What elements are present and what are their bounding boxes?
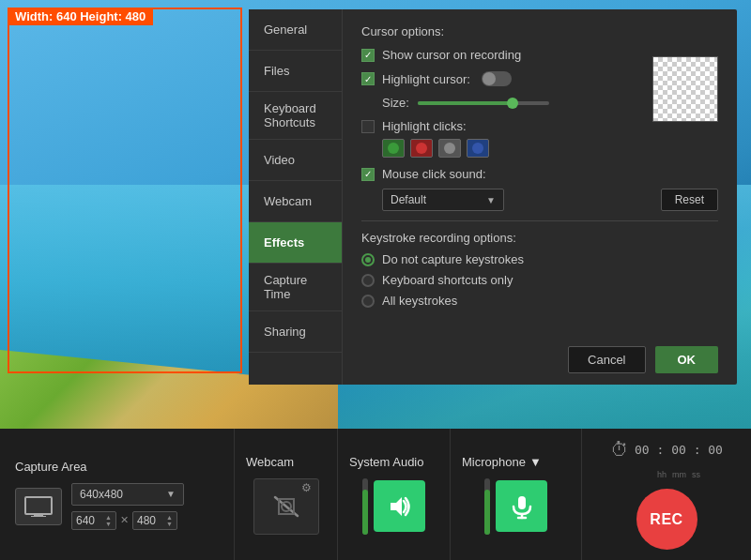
sidebar-item-keyboard-shortcuts[interactable]: Keyboard Shortcuts [249, 92, 342, 140]
capture-area-section: Capture Area 640x480 ▼ 640 [0, 429, 235, 560]
webcam-label: Webcam [246, 455, 294, 469]
microphone-label: Microphone ▼ [462, 455, 542, 469]
mouse-sound-checkbox[interactable] [361, 168, 375, 181]
keystroke-option-0: Do not capture keystrokes [361, 252, 718, 266]
mic-volume-slider[interactable] [484, 478, 490, 535]
timer-labels: hh mm ss [657, 470, 700, 479]
system-audio-volume-slider[interactable] [362, 478, 368, 535]
timer-icon: ⏱ [610, 439, 629, 461]
sound-dropdown[interactable]: Default ▼ [382, 189, 504, 211]
sidebar-item-sharing[interactable]: Sharing [249, 311, 342, 353]
capture-controls: 640x480 ▼ 640 ▲ ▼ ✕ 480 [15, 483, 219, 530]
rec-button[interactable]: REC [636, 489, 697, 550]
cancel-button[interactable]: Cancel [568, 346, 645, 373]
highlight-clicks-checkbox[interactable] [361, 120, 375, 133]
sound-dropdown-value: Default [391, 193, 426, 206]
webcam-button[interactable]: ⚙ [253, 478, 319, 535]
svg-marker-4 [391, 497, 402, 516]
keystroke-label-2: All keystrokes [382, 294, 457, 308]
keystroke-radio-0[interactable] [361, 253, 375, 266]
color-btn-group [382, 139, 718, 158]
highlight-cursor-checkbox[interactable] [361, 72, 375, 85]
timer-display: ⏱ 00 : 00 : 00 [610, 439, 723, 461]
wh-inputs: 640 ▲ ▼ ✕ 480 ▲ ▼ [71, 511, 184, 530]
keystroke-radio-2[interactable] [361, 295, 375, 308]
cursor-preview-checkerboard [652, 56, 718, 122]
webcam-off-icon [268, 488, 305, 525]
settings-panel: General Files Keyboard Shortcuts Video W… [249, 9, 737, 385]
click-color-green[interactable] [382, 139, 405, 158]
mouse-sound-row: Mouse click sound: [361, 167, 718, 181]
dropdown-down-icon: ▼ [166, 489, 176, 499]
keystroke-option-1: Keyboard shortcuts only [361, 273, 718, 287]
width-value: 640 [76, 514, 95, 527]
gear-icon: ⚙ [301, 481, 316, 496]
system-audio-button[interactable] [374, 480, 425, 532]
size-label: Size: [382, 96, 410, 110]
capture-area-label: Capture Area [15, 460, 219, 474]
width-input[interactable]: 640 ▲ ▼ [71, 511, 116, 530]
highlight-clicks-label: Highlight clicks: [382, 119, 467, 133]
keystroke-option-2: All keystrokes [361, 294, 718, 308]
webcam-section: Webcam ⚙ [235, 429, 338, 560]
settings-footer: Cancel OK [568, 346, 718, 373]
rec-section: ⏱ 00 : 00 : 00 hh mm ss REC [582, 429, 751, 560]
sidebar-item-general[interactable]: General [249, 9, 342, 51]
click-color-red[interactable] [410, 139, 433, 158]
size-dropdown[interactable]: 640x480 ▼ [71, 483, 184, 506]
divider [361, 220, 718, 221]
sidebar-item-files[interactable]: Files [249, 51, 342, 92]
keystroke-radio-1[interactable] [361, 274, 375, 287]
mic-volume-fill [484, 490, 490, 535]
click-color-gray[interactable] [438, 139, 461, 158]
system-audio-section: System Audio [338, 429, 451, 560]
mic-controls [484, 478, 547, 535]
sidebar-item-effects[interactable]: Effects [249, 222, 342, 264]
size-dropdown-value: 640x480 [80, 488, 123, 501]
height-input[interactable]: 480 ▲ ▼ [132, 511, 177, 530]
show-cursor-checkbox[interactable] [361, 49, 375, 62]
size-selector: 640x480 ▼ 640 ▲ ▼ ✕ 480 [71, 483, 184, 530]
x-separator: ✕ [120, 514, 129, 526]
svg-rect-5 [518, 496, 526, 509]
highlight-cursor-toggle[interactable] [482, 71, 512, 86]
svg-rect-0 [25, 497, 52, 514]
width-spinner[interactable]: ▲ ▼ [105, 514, 112, 527]
ok-button[interactable]: OK [655, 346, 719, 373]
keystroke-label-1: Keyboard shortcuts only [382, 273, 513, 287]
show-cursor-label: Show cursor on recording [382, 48, 521, 62]
nav-sidebar: General Files Keyboard Shortcuts Video W… [249, 9, 343, 385]
capture-area-dimensions-label: Width: 640 Height: 480 [8, 8, 153, 25]
keystroke-title: Keystroke recording options: [361, 231, 718, 245]
height-spinner[interactable]: ▲ ▼ [166, 514, 173, 527]
svg-rect-2 [31, 516, 46, 517]
size-slider-thumb[interactable] [507, 98, 518, 109]
size-slider-fill [418, 101, 510, 105]
svg-rect-1 [34, 514, 43, 516]
capture-icon-button[interactable] [15, 488, 62, 525]
sidebar-item-webcam[interactable]: Webcam [249, 181, 342, 222]
size-slider-track[interactable] [418, 101, 549, 105]
dropdown-arrow-icon: ▼ [486, 195, 496, 205]
timer-value: 00 : 00 : 00 [635, 443, 723, 457]
height-value: 480 [137, 514, 156, 527]
audio-controls [362, 478, 425, 535]
reset-button[interactable]: Reset [661, 189, 718, 211]
keystroke-label-0: Do not capture keystrokes [382, 252, 524, 266]
microphone-icon [509, 493, 535, 520]
cursor-options-title: Cursor options: [361, 24, 718, 38]
sound-control-row: Default ▼ Reset [361, 189, 718, 211]
click-color-blue[interactable] [467, 139, 489, 158]
mouse-sound-label: Mouse click sound: [382, 167, 486, 181]
sidebar-item-video[interactable]: Video [249, 140, 342, 181]
volume-fill [362, 490, 368, 535]
microphone-dropdown-arrow[interactable]: ▼ [529, 455, 542, 469]
capture-area-overlay: Width: 640 Height: 480 [8, 8, 242, 373]
sidebar-item-capture-time[interactable]: Capture Time [249, 264, 342, 311]
system-audio-label: System Audio [349, 455, 424, 469]
microphone-button[interactable] [496, 480, 547, 532]
settings-content: Cursor options: Show cursor on recording… [343, 9, 737, 385]
microphone-section: Microphone ▼ [451, 429, 582, 560]
highlight-cursor-label: Highlight cursor: [382, 72, 470, 86]
keystroke-section: Keystroke recording options: Do not capt… [361, 231, 718, 308]
